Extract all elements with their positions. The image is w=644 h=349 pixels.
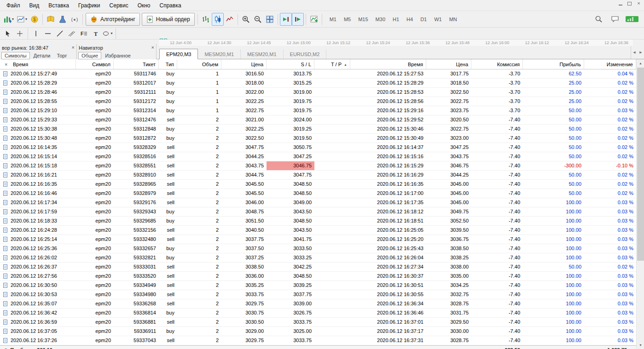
- candlestick-mode-button[interactable]: [212, 13, 224, 26]
- timeframe-button-w1[interactable]: W1: [430, 14, 446, 25]
- market-watch-tab-2[interactable]: Торг: [54, 52, 70, 59]
- history-row[interactable]: 2020.06.12 15:28:55epm2059312172buy13022…: [0, 97, 636, 106]
- market-watch-header[interactable]: вор рынка: 16:38:47 ×: [0, 44, 76, 51]
- history-row[interactable]: 2020.06.12 16:25:14epm2059332480sell2303…: [0, 235, 636, 244]
- fibonacci-tool-button[interactable]: F: [78, 29, 90, 39]
- history-row[interactable]: 2020.06.12 15:30:48epm2059312872buy23022…: [0, 134, 636, 143]
- line-chart-mode-button[interactable]: [224, 13, 236, 26]
- tile-windows-button[interactable]: [264, 13, 276, 26]
- data-window-button[interactable]: [45, 13, 57, 26]
- column-header-comm[interactable]: Комиссия: [471, 59, 523, 69]
- history-row[interactable]: 2020.06.12 16:16:21epm2059328910sell2304…: [0, 171, 636, 180]
- history-row[interactable]: 2020.06.12 16:26:37epm2059333031sell2303…: [0, 263, 636, 272]
- channel-tool-button[interactable]: [66, 29, 78, 39]
- history-row[interactable]: 2020.06.12 16:15:18epm2059328551sell2304…: [0, 161, 636, 171]
- column-header-tp[interactable]: T / P▲: [314, 59, 350, 69]
- menu-item-4[interactable]: Сервис: [105, 0, 133, 11]
- timeframe-button-d1[interactable]: D1: [417, 14, 430, 25]
- indicators-button[interactable]: [308, 13, 320, 26]
- menu-item-2[interactable]: Вставка: [44, 0, 74, 11]
- history-row[interactable]: 2020.06.12 16:24:28epm2059332156sell2304…: [0, 226, 636, 235]
- history-row[interactable]: 2020.06.12 16:16:46epm2059328979sell2304…: [0, 189, 636, 198]
- strategy-tester-button[interactable]: [57, 13, 69, 26]
- menu-item-6[interactable]: Справка: [155, 0, 186, 11]
- history-row[interactable]: 2020.06.12 16:30:53epm2059334980sell2303…: [0, 290, 636, 299]
- connection-status-indicator[interactable]: [626, 16, 638, 22]
- tab-scroll-left-button[interactable]: ◀: [631, 46, 638, 59]
- column-header-symbol[interactable]: Символ: [76, 59, 114, 69]
- history-row[interactable]: 2020.06.12 16:25:36epm2059332657buy23037…: [0, 244, 636, 253]
- history-row[interactable]: 2020.06.12 16:17:59epm2059329343buy23048…: [0, 207, 636, 217]
- history-row[interactable]: 2020.06.12 15:30:38epm2059312848buy23022…: [0, 125, 636, 134]
- cursor-tool-button[interactable]: [2, 29, 14, 39]
- vertical-scrollbar[interactable]: ▲ ▼: [636, 59, 644, 349]
- bar-chart-mode-button[interactable]: [200, 13, 212, 26]
- timeframe-button-m1[interactable]: M1: [326, 14, 340, 25]
- column-header-t2[interactable]: Время: [350, 59, 426, 69]
- history-row[interactable]: 2020.06.12 15:29:10epm2059312314buy13022…: [0, 106, 636, 115]
- zoom-in-button[interactable]: [240, 13, 252, 26]
- column-header-sl[interactable]: S / L: [267, 59, 314, 69]
- history-row[interactable]: 2020.06.12 15:29:33epm2059312476sell2302…: [0, 115, 636, 125]
- market-watch-tab-1[interactable]: Детали: [31, 52, 53, 59]
- vertical-line-tool-button[interactable]: [30, 29, 42, 39]
- column-header-price[interactable]: Цена: [221, 59, 267, 69]
- history-row[interactable]: 2020.06.12 16:27:56epm2059333520sell2303…: [0, 272, 636, 281]
- broadcast-button[interactable]: [69, 13, 81, 26]
- history-row[interactable]: 2020.06.12 16:18:33epm2059329685buy23051…: [0, 217, 636, 226]
- column-header-profit[interactable]: Прибыль: [523, 59, 584, 69]
- chart-tab-3[interactable]: EURUSD,M2: [284, 49, 327, 59]
- timeframe-button-h4[interactable]: H4: [403, 14, 417, 25]
- column-header-price2[interactable]: Цена: [426, 59, 471, 69]
- chat-button[interactable]: [609, 13, 621, 26]
- column-header-change[interactable]: Изменение: [584, 59, 636, 69]
- scrollbar-thumb[interactable]: [637, 68, 644, 261]
- history-row[interactable]: 2020.06.12 15:27:49epm2059311746buy13016…: [0, 69, 636, 79]
- crosshair-tool-button[interactable]: [14, 29, 26, 39]
- chart-tab-1[interactable]: MESM20,M1: [198, 49, 241, 59]
- history-row[interactable]: 2020.06.12 15:28:46epm2059312111buy13022…: [0, 88, 636, 97]
- history-row[interactable]: 2020.06.12 16:30:50epm2059334949sell2303…: [0, 281, 636, 290]
- timeframe-button-m30[interactable]: M30: [372, 14, 389, 25]
- chart-tab-2[interactable]: MESM20,M1: [241, 49, 284, 59]
- trendline-tool-button[interactable]: [54, 29, 66, 39]
- close-icon[interactable]: ×: [72, 45, 75, 51]
- history-row[interactable]: 2020.06.12 16:26:02epm2059332821buy23037…: [0, 253, 636, 263]
- profiles-button[interactable]: ▾: [15, 13, 29, 26]
- chart-tab-0[interactable]: EPM20,M3: [159, 49, 198, 59]
- column-header-ticket[interactable]: Тикет: [114, 59, 159, 69]
- close-icon[interactable]: ×: [151, 45, 154, 51]
- zoom-out-button[interactable]: [252, 13, 264, 26]
- history-row[interactable]: 2020.06.12 16:17:34epm2059329176sell2304…: [0, 198, 636, 207]
- summary-expand-icon[interactable]: ⊕: [4, 346, 8, 349]
- market-watch-button[interactable]: $: [29, 13, 41, 26]
- timeframe-button-mn[interactable]: MN: [446, 14, 461, 25]
- menu-item-1[interactable]: Вид: [25, 0, 44, 11]
- timeframe-button-h1[interactable]: H1: [389, 14, 403, 25]
- history-row[interactable]: 2020.06.12 16:16:35epm2059328965sell2304…: [0, 180, 636, 189]
- market-watch-tab-0[interactable]: Символы: [1, 52, 30, 59]
- scroll-up-button[interactable]: ▲: [637, 59, 644, 67]
- text-tool-button[interactable]: T: [90, 29, 102, 39]
- menu-item-5[interactable]: Окно: [133, 0, 155, 11]
- navigator-tab-1[interactable]: Избранное: [102, 52, 133, 59]
- column-header-t1[interactable]: Время: [0, 59, 76, 69]
- shapes-tool-button[interactable]: ▾: [102, 29, 114, 39]
- timeframe-button-m5[interactable]: M5: [340, 14, 354, 25]
- toolbox-close-icon[interactable]: ×: [5, 59, 7, 69]
- history-row[interactable]: 2020.06.12 15:28:29epm2059312017buy13018…: [0, 79, 636, 88]
- timeframe-button-m15[interactable]: M15: [354, 14, 371, 25]
- algo-trading-button[interactable]: Алготрейдинг: [86, 13, 140, 26]
- scroll-down-button[interactable]: ▼: [637, 341, 644, 349]
- navigator-tab-0[interactable]: Общие: [78, 52, 101, 59]
- auto-scroll-button[interactable]: [280, 13, 292, 26]
- menu-item-0[interactable]: Файл: [2, 0, 25, 11]
- history-row[interactable]: 2020.06.12 16:15:14epm2059328516sell2304…: [0, 152, 636, 161]
- column-header-vol[interactable]: Объем: [177, 59, 221, 69]
- history-row[interactable]: 2020.06.12 16:37:26epm2059337043sell2302…: [0, 336, 636, 345]
- chart-shift-button[interactable]: [292, 13, 304, 26]
- history-row[interactable]: 2020.06.12 16:37:05epm2059336911buy23029…: [0, 327, 636, 336]
- minimize-button[interactable]: [616, 0, 624, 6]
- menu-item-3[interactable]: Графики: [74, 0, 105, 11]
- navigator-header[interactable]: Навигатор ×: [77, 44, 156, 51]
